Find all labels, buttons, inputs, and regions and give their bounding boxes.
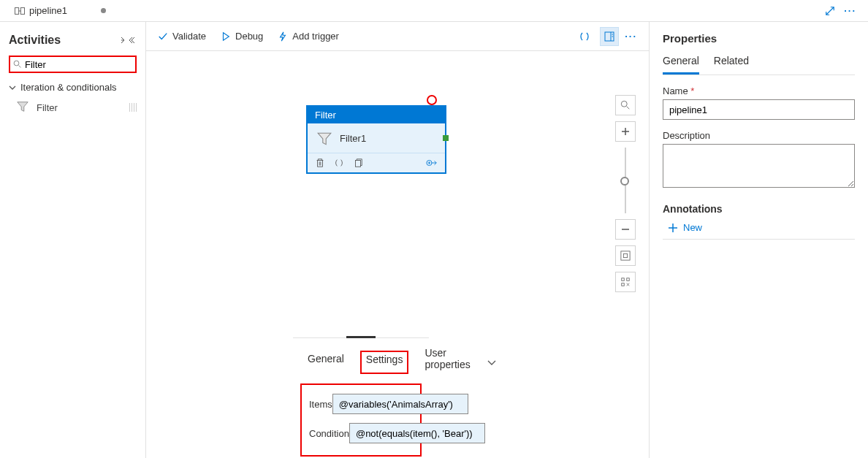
code-icon[interactable]	[334, 158, 344, 168]
items-input[interactable]	[332, 394, 468, 414]
tab-bar: pipeline1 ···	[0, 0, 868, 22]
more-icon[interactable]: ···	[844, 5, 856, 16]
new-annotation-button[interactable]: New	[669, 222, 855, 233]
properties-tab-general[interactable]: General	[663, 55, 699, 75]
new-annotation-label: New	[683, 222, 702, 233]
properties-panel: Properties General Related Name Descript…	[649, 22, 868, 458]
validate-label: Validate	[172, 31, 206, 42]
toolbar-more-icon[interactable]: ···	[625, 31, 637, 42]
svg-rect-22	[622, 283, 625, 286]
zoom-slider[interactable]	[625, 148, 626, 213]
properties-title: Properties	[663, 32, 855, 45]
svg-point-3	[14, 61, 19, 66]
output-port[interactable]	[443, 135, 449, 141]
add-trigger-label: Add trigger	[292, 31, 339, 42]
copy-icon[interactable]	[353, 158, 363, 168]
drag-handle-icon[interactable]	[129, 103, 137, 112]
svg-rect-20	[622, 278, 625, 281]
plus-icon	[669, 224, 677, 232]
highlight-circle-icon	[427, 95, 437, 105]
svg-rect-19	[623, 253, 627, 257]
tab-general[interactable]: General	[308, 353, 344, 372]
auto-align-button[interactable]	[615, 272, 636, 292]
description-input[interactable]	[663, 144, 855, 188]
lightning-icon	[278, 31, 288, 42]
filter-activity-node[interactable]: Filter Filter1	[307, 106, 446, 173]
svg-rect-1	[20, 7, 24, 14]
items-label: Items	[309, 399, 332, 410]
node-type-label: Filter	[308, 107, 445, 123]
svg-rect-9	[356, 161, 361, 167]
canvas-search-button[interactable]	[615, 95, 636, 115]
category-label: Iteration & conditionals	[20, 82, 117, 93]
node-name-label: Filter1	[340, 133, 366, 144]
canvas-toolbox	[615, 95, 636, 298]
activity-label: Filter	[37, 102, 58, 113]
node-action-bar	[308, 153, 445, 172]
activity-search-input[interactable]	[9, 56, 137, 73]
pipeline-toolbar: Validate Debug Add trigger	[146, 22, 649, 51]
annotations-section-label: Annotations	[663, 203, 855, 215]
activity-filter[interactable]: Filter	[16, 100, 137, 115]
activity-settings-panel: General Settings User properties Items C…	[293, 337, 429, 458]
filter-icon	[316, 131, 331, 145]
description-field-label: Description	[663, 130, 855, 141]
fit-screen-button[interactable]	[615, 245, 636, 266]
validate-button[interactable]: Validate	[158, 31, 206, 42]
filter-settings-form: Items Condition	[300, 383, 422, 457]
debug-label: Debug	[235, 31, 263, 42]
svg-rect-18	[621, 251, 630, 260]
svg-rect-21	[627, 278, 630, 281]
search-icon	[13, 60, 22, 69]
condition-label: Condition	[309, 428, 349, 439]
debug-button[interactable]: Debug	[221, 31, 263, 42]
pipeline-tab[interactable]: pipeline1	[6, 0, 115, 21]
check-icon	[158, 31, 168, 42]
condition-input[interactable]	[349, 423, 485, 443]
activities-title: Activities	[9, 34, 61, 47]
pipeline-icon	[15, 6, 25, 16]
code-view-button[interactable]	[575, 27, 594, 46]
divider	[663, 239, 855, 240]
collapse-panel-icon[interactable]	[487, 357, 497, 367]
tab-settings[interactable]: Settings	[360, 351, 409, 374]
svg-point-13	[621, 101, 627, 107]
collapse-activities-icon[interactable]	[119, 37, 137, 44]
pipeline-tab-label: pipeline1	[29, 5, 67, 16]
name-input[interactable]	[663, 99, 855, 120]
name-field-label: Name	[663, 85, 855, 96]
svg-line-14	[627, 107, 630, 110]
filter-icon	[16, 100, 31, 115]
zoom-out-button[interactable]	[615, 219, 636, 240]
unsaved-indicator-icon	[101, 8, 106, 13]
properties-tab-related[interactable]: Related	[714, 55, 749, 75]
expand-icon[interactable]	[825, 6, 835, 16]
activities-panel: Activities Iteration & conditionals Filt…	[0, 22, 146, 458]
zoom-in-button[interactable]	[615, 121, 636, 142]
tab-user-properties[interactable]: User properties	[425, 347, 470, 378]
add-trigger-button[interactable]: Add trigger	[278, 31, 339, 42]
canvas-area: Validate Debug Add trigger	[146, 22, 649, 458]
delete-icon[interactable]	[315, 158, 325, 168]
play-icon	[221, 31, 231, 42]
activity-search-field[interactable]	[25, 59, 132, 70]
chevron-down-icon	[9, 84, 16, 91]
svg-rect-0	[15, 7, 18, 14]
expand-node-icon[interactable]	[426, 158, 438, 168]
zoom-slider-thumb[interactable]	[620, 177, 629, 186]
svg-line-4	[19, 66, 21, 68]
properties-toggle-button[interactable]	[600, 27, 619, 46]
category-iteration[interactable]: Iteration & conditionals	[9, 82, 137, 93]
